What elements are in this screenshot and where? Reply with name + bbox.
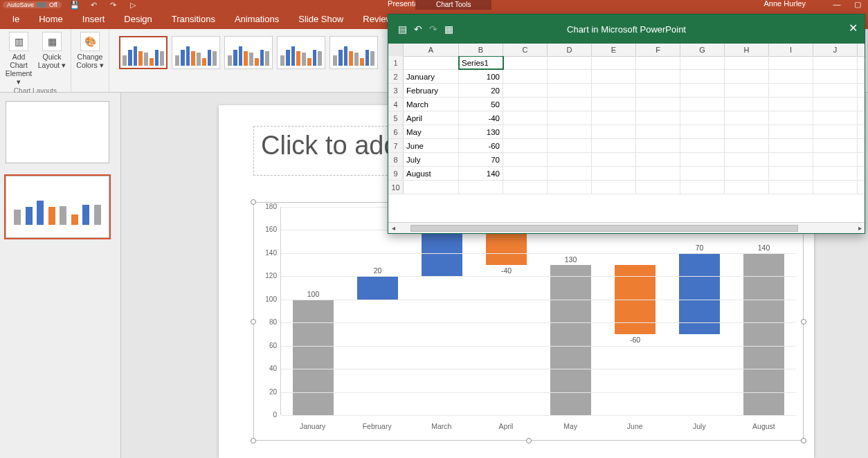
cell-H1[interactable]: [725, 56, 769, 69]
cell-I1[interactable]: [769, 56, 813, 69]
cell-I7[interactable]: [769, 139, 813, 152]
cell-C3[interactable]: [503, 84, 548, 97]
bar-april[interactable]: -40: [474, 207, 539, 415]
tab-home[interactable]: Home: [29, 10, 73, 29]
row-header[interactable]: 1: [388, 56, 404, 69]
cell-F1[interactable]: [636, 56, 680, 69]
excel-redo-icon[interactable]: ↷: [429, 24, 437, 35]
cell-C5[interactable]: [503, 111, 548, 125]
start-slideshow-icon[interactable]: ▷: [127, 1, 139, 9]
row-header[interactable]: 3: [388, 84, 404, 97]
cell-G5[interactable]: [680, 111, 725, 125]
resize-handle-s[interactable]: [526, 438, 532, 443]
table-row[interactable]: 8July70: [388, 153, 865, 167]
cell-F3[interactable]: [636, 84, 680, 97]
excel-column-headers[interactable]: ABCDEFGHIJ: [388, 44, 865, 57]
cell-C10[interactable]: [503, 181, 548, 194]
tab-slideshow[interactable]: Slide Show: [289, 10, 353, 29]
cell-H10[interactable]: [725, 181, 769, 194]
chart-style-4[interactable]: [277, 36, 325, 69]
cell-I5[interactable]: [769, 111, 813, 125]
cell-H3[interactable]: [725, 84, 769, 97]
cell-B8[interactable]: 70: [459, 153, 503, 166]
cell-G10[interactable]: [680, 181, 725, 194]
resize-handle-nw[interactable]: [251, 199, 256, 205]
cell-D8[interactable]: [548, 153, 592, 166]
cell-E5[interactable]: [592, 111, 636, 125]
table-row[interactable]: 6May130: [388, 125, 865, 139]
row-header[interactable]: 10: [388, 181, 404, 194]
save-icon[interactable]: 💾: [69, 1, 81, 9]
tab-design[interactable]: Design: [114, 10, 161, 29]
row-header[interactable]: 6: [388, 125, 404, 138]
cell-J9[interactable]: [813, 167, 858, 180]
cell-I2[interactable]: [769, 70, 813, 83]
bar-july[interactable]: 70: [667, 207, 732, 415]
cell-D6[interactable]: [548, 125, 592, 138]
resize-handle-e[interactable]: [801, 319, 806, 324]
chart-style-1[interactable]: [119, 36, 168, 69]
cell-G9[interactable]: [680, 167, 725, 180]
tab-animations[interactable]: Animations: [225, 10, 289, 29]
column-header-E[interactable]: E: [592, 44, 636, 56]
slide-thumb-2[interactable]: [6, 176, 109, 238]
cell-B5[interactable]: -40: [459, 111, 503, 125]
cell-I4[interactable]: [769, 98, 813, 111]
cell-J7[interactable]: [813, 139, 858, 152]
cell-A4[interactable]: March: [404, 98, 459, 111]
row-header[interactable]: 5: [388, 111, 404, 125]
cell-B3[interactable]: 20: [459, 84, 503, 97]
cell-J8[interactable]: [813, 153, 858, 166]
add-chart-element-button[interactable]: ▥ Add Chart Element ▾: [4, 32, 33, 86]
excel-save-icon[interactable]: ▤: [398, 24, 407, 35]
cell-G1[interactable]: [680, 56, 725, 69]
chart-object[interactable]: 1002050-40130-6070140 020406080100120140…: [253, 202, 804, 441]
cell-B2[interactable]: 100: [459, 70, 503, 83]
bar-may[interactable]: 130: [539, 207, 603, 415]
slide-thumb-1[interactable]: [6, 101, 109, 163]
cell-B7[interactable]: -60: [459, 139, 503, 152]
row-header[interactable]: 9: [388, 167, 404, 180]
resize-handle-sw[interactable]: [251, 438, 256, 443]
cell-H6[interactable]: [725, 125, 769, 138]
cell-J1[interactable]: [813, 56, 858, 69]
cell-G2[interactable]: [680, 70, 725, 83]
cell-D5[interactable]: [548, 111, 592, 125]
table-row[interactable]: 7June-60: [388, 139, 865, 153]
cell-C4[interactable]: [503, 98, 548, 111]
undo-icon[interactable]: ↶: [88, 1, 100, 9]
cell-B9[interactable]: 140: [459, 167, 503, 180]
bar-february[interactable]: 20: [345, 207, 410, 415]
cell-G8[interactable]: [680, 153, 725, 166]
minimize-icon[interactable]: —: [826, 0, 847, 9]
cell-J4[interactable]: [813, 98, 858, 111]
cell-E3[interactable]: [592, 84, 636, 97]
cell-D2[interactable]: [548, 70, 592, 83]
cell-F7[interactable]: [636, 139, 680, 152]
quick-layout-button[interactable]: ▦ Quick Layout ▾: [37, 32, 66, 69]
cell-A5[interactable]: April: [404, 111, 459, 125]
cell-A9[interactable]: August: [404, 167, 459, 180]
excel-edit-data-icon[interactable]: ▦: [444, 24, 453, 35]
table-row[interactable]: 2January100: [388, 70, 865, 84]
scrollbar-thumb[interactable]: [410, 225, 798, 232]
cell-A6[interactable]: May: [404, 125, 459, 138]
autosave-toggle[interactable]: AutoSave Off: [3, 1, 62, 8]
table-row[interactable]: 1Series1: [388, 56, 865, 70]
excel-horizontal-scrollbar[interactable]: ◂ ▸: [388, 222, 865, 233]
cell-F6[interactable]: [636, 125, 680, 138]
cell-D3[interactable]: [548, 84, 592, 97]
user-name[interactable]: Anne Hurley: [763, 0, 806, 8]
tab-transitions[interactable]: Transitions: [162, 10, 225, 29]
row-header[interactable]: 2: [388, 70, 404, 83]
cell-C2[interactable]: [503, 70, 548, 83]
bar-march[interactable]: 50: [410, 207, 474, 415]
cell-C9[interactable]: [503, 167, 548, 180]
cell-J6[interactable]: [813, 125, 858, 138]
cell-F5[interactable]: [636, 111, 680, 125]
change-colors-button[interactable]: 🎨 Change Colors ▾: [75, 32, 105, 69]
cell-D7[interactable]: [548, 139, 592, 152]
table-row[interactable]: 9August140: [388, 167, 865, 181]
cell-G3[interactable]: [680, 84, 725, 97]
cell-E2[interactable]: [592, 70, 636, 83]
